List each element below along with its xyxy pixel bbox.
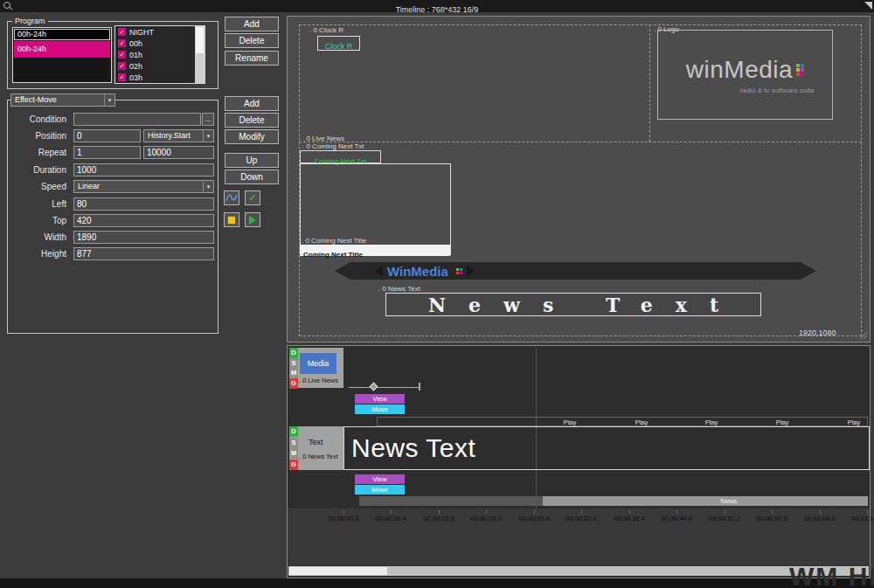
playlist-list[interactable]: 00h-24h 00h-24h bbox=[12, 27, 112, 83]
position-mode-value: History.Start bbox=[148, 131, 191, 140]
track1-view-clip[interactable]: View bbox=[355, 394, 405, 404]
news-text-tag: . 0 News Text bbox=[378, 285, 420, 293]
clock-region-tag: . 0 Clock R bbox=[309, 26, 343, 34]
hour-list-item[interactable]: ✓ 03h bbox=[115, 72, 205, 83]
playlist-item-selected[interactable]: 00h-24h bbox=[14, 41, 110, 58]
track-flag-m[interactable]: M bbox=[289, 448, 298, 459]
program-rename-button[interactable]: Rename bbox=[225, 51, 279, 66]
effect-delete-button[interactable]: Delete bbox=[225, 113, 279, 128]
program-delete-button[interactable]: Delete bbox=[225, 33, 279, 48]
effect-modify-button[interactable]: Modify bbox=[225, 129, 279, 144]
banner-brand-text: WinMedia bbox=[387, 265, 448, 278]
coming-next-txt-region[interactable]: Coming Next Txt bbox=[300, 150, 381, 163]
speed-label: Speed bbox=[7, 180, 66, 193]
track2-header[interactable]: D S M G Text . 0 News Text bbox=[289, 426, 343, 470]
checkbox-checked-icon[interactable]: ✓ bbox=[118, 28, 126, 36]
track-flag-s[interactable]: S bbox=[289, 438, 298, 448]
repeat-limit-input[interactable] bbox=[143, 146, 214, 159]
scrollbar-thumb[interactable] bbox=[196, 27, 204, 53]
scrollbar-thumb[interactable] bbox=[289, 567, 387, 575]
effect-up-button[interactable]: Up bbox=[225, 153, 279, 168]
position-mode-select[interactable]: History.Start ▾ bbox=[143, 129, 214, 142]
ruler-timestamp: 00:00:19.2 bbox=[470, 515, 501, 522]
track-flag-g[interactable]: G bbox=[289, 378, 298, 389]
playlist-item[interactable]: 00h-24h bbox=[14, 29, 110, 40]
track2-news-clip[interactable]: News bbox=[359, 496, 868, 506]
track-flag-d[interactable]: D bbox=[289, 348, 298, 358]
banner-left-arrow-icon bbox=[335, 262, 350, 280]
track-flag-m[interactable]: M bbox=[289, 368, 298, 378]
hour-list-item[interactable]: ✓ 01h bbox=[115, 49, 205, 60]
window-bottom-edge bbox=[0, 578, 874, 588]
play-segment-label: Play bbox=[776, 419, 789, 426]
corner-arrow-icon[interactable] bbox=[864, 2, 872, 10]
hour-label: 03h bbox=[129, 73, 142, 82]
apply-check-button[interactable]: ✓ bbox=[245, 190, 260, 205]
hour-list-item[interactable]: ✓ NIGHT bbox=[115, 26, 205, 38]
search-icon[interactable] bbox=[3, 2, 13, 11]
chevron-down-icon: ▾ bbox=[203, 181, 213, 192]
title-bar: Timeline : 768*432 16/9 bbox=[0, 0, 874, 12]
position-input[interactable] bbox=[73, 129, 141, 142]
check-icon: ✓ bbox=[248, 193, 256, 203]
scrub-slider-handle[interactable] bbox=[370, 383, 378, 391]
track-flag-s[interactable]: S bbox=[289, 358, 298, 369]
hour-list-item[interactable]: ✓ 00h bbox=[115, 38, 205, 49]
watermark: WM HD bbox=[789, 562, 874, 588]
play-segment-label: Play bbox=[848, 419, 861, 426]
duration-input[interactable] bbox=[73, 163, 214, 176]
curve-tool-button[interactable] bbox=[224, 190, 239, 205]
logo-tagline: radio & tv software suite bbox=[740, 86, 815, 94]
track1-play-row[interactable]: Play Play Play Play Play bbox=[377, 417, 868, 426]
checkbox-checked-icon[interactable]: ✓ bbox=[118, 62, 126, 70]
timeline-ruler[interactable]: 00:00:00.0 00:00:06.4 00:00:12.8 00:00:1… bbox=[288, 508, 870, 565]
track2-view-clip[interactable]: View bbox=[355, 474, 405, 484]
track2-content-row[interactable]: News Text bbox=[343, 426, 870, 470]
logo-region[interactable]: winMedia radio & tv software suite bbox=[657, 30, 833, 120]
repeat-input[interactable] bbox=[73, 146, 141, 159]
track1-type-chip[interactable]: Media bbox=[300, 353, 336, 374]
checkbox-checked-icon[interactable]: ✓ bbox=[118, 39, 126, 47]
program-add-button[interactable]: Add bbox=[225, 17, 279, 31]
condition-input[interactable] bbox=[73, 113, 201, 126]
clock-region[interactable]: Clock R bbox=[317, 36, 360, 51]
track-flag-d[interactable]: D bbox=[289, 426, 298, 437]
timeline-scrollbar[interactable] bbox=[288, 566, 869, 576]
playlist-item-label: 00h-24h bbox=[17, 45, 46, 53]
stop-button[interactable] bbox=[224, 212, 239, 227]
ruler-timestamp: 00:00:25.6 bbox=[518, 515, 549, 522]
track2-move-clip[interactable]: Move bbox=[355, 485, 405, 495]
chevron-down-icon: ▾ bbox=[203, 130, 213, 142]
effect-type-select[interactable]: Effect-Move ▾ bbox=[10, 93, 115, 107]
top-input[interactable] bbox=[73, 214, 214, 227]
ruler-timestamp: 00:00:00.0 bbox=[328, 515, 358, 522]
playlist-item-label: 00h-24h bbox=[17, 30, 46, 38]
track1-move-clip[interactable]: Move bbox=[355, 405, 405, 414]
hours-list[interactable]: ✓ NIGHT ✓ 00h ✓ 01h ✓ 02h ✓ 03h bbox=[114, 25, 205, 84]
effect-add-button[interactable]: Add bbox=[225, 96, 279, 111]
condition-more-button[interactable]: ... bbox=[202, 113, 214, 126]
height-input[interactable] bbox=[73, 247, 214, 260]
track-flag-g[interactable]: G bbox=[289, 460, 298, 470]
left-input[interactable] bbox=[73, 197, 214, 211]
track2-type-label: Text bbox=[309, 438, 323, 446]
checkbox-checked-icon[interactable]: ✓ bbox=[118, 51, 126, 59]
effect-down-button[interactable]: Down bbox=[225, 169, 279, 184]
speed-select[interactable]: Linear ▾ bbox=[73, 180, 214, 193]
ruler-timestamp: 00:01:10.4 bbox=[851, 515, 874, 522]
coming-next-title-region[interactable]: Coming Next Title bbox=[300, 245, 450, 256]
play-preview-button[interactable] bbox=[245, 212, 260, 227]
scrub-slider-track[interactable] bbox=[349, 387, 420, 388]
clock-text: Clock R bbox=[325, 42, 353, 51]
news-text-region[interactable]: News Text bbox=[385, 293, 761, 316]
checkbox-checked-icon[interactable]: ✓ bbox=[118, 73, 126, 81]
speed-value: Linear bbox=[78, 182, 100, 190]
width-input[interactable] bbox=[73, 231, 214, 244]
ruler-timestamp: 00:00:32.0 bbox=[565, 515, 596, 522]
hour-list-item[interactable]: ✓ 02h bbox=[115, 60, 205, 72]
play-icon bbox=[249, 216, 256, 225]
hours-scrollbar[interactable] bbox=[195, 26, 205, 83]
winmedia-logo: winMedia bbox=[686, 56, 804, 84]
ruler-timestamp: 00:00:57.6 bbox=[756, 515, 787, 522]
track1-header[interactable]: D S M G Media . 0 Live News bbox=[289, 348, 343, 388]
